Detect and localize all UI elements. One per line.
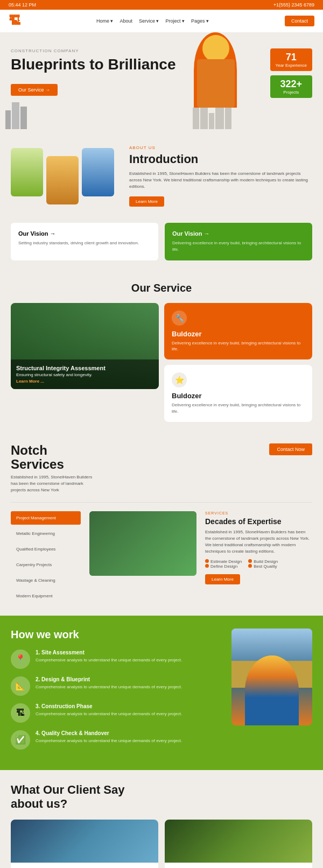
service-icon-circle: 🔧 bbox=[172, 310, 187, 326]
about-workers-images bbox=[11, 148, 118, 204]
service-orange-card: 🔧 Buldozer Delivering excellence in ever… bbox=[164, 303, 312, 359]
nav-project[interactable]: Project ▾ bbox=[165, 18, 185, 24]
step-1-content: 1. Site Assessment Comprehensive analysi… bbox=[36, 650, 182, 663]
notch-description: Established in 1995, StonelHaven Builder… bbox=[11, 474, 97, 493]
nav-contact-button[interactable]: Contact bbox=[285, 16, 314, 26]
vision-card-2: Our Vision → Delivering excellence in ev… bbox=[165, 223, 312, 260]
services-section: Our Service Structural Integrity Assessm… bbox=[0, 271, 323, 433]
nav-about[interactable]: About bbox=[120, 18, 132, 24]
worker-image-3 bbox=[82, 148, 114, 196]
service-orange-icon-row: 🔧 bbox=[172, 310, 305, 326]
service-orange-title: Buldozer bbox=[172, 330, 305, 338]
nav-logo: 🏗 bbox=[9, 14, 20, 28]
notch-header: NotchServices Established in 1995, Stone… bbox=[11, 443, 312, 493]
notch-menu-item-0[interactable]: Project Management bbox=[11, 511, 81, 525]
step-4-content: 4. Quality Check & Handover Comprehensiv… bbox=[36, 730, 182, 744]
top-bar: 05:44 12 PM +1(555) 2345 6789 bbox=[0, 0, 323, 10]
notch-features: Estimate Design Define Design Build Desi… bbox=[205, 559, 312, 569]
how-work-image bbox=[231, 629, 312, 757]
service-right-column: 🔧 Buldozer Delivering excellence in ever… bbox=[164, 303, 312, 422]
step-2-icon: 📐 bbox=[11, 676, 30, 696]
notch-title: NotchServices bbox=[11, 443, 97, 472]
notch-features-col-2: Build Design Best Quality bbox=[248, 559, 278, 569]
about-section: ABOUT US Introduction Established in 199… bbox=[0, 129, 323, 223]
vision-card-2-text: Delivering excellence in every build, br… bbox=[172, 240, 305, 253]
hero-left-buildings bbox=[5, 102, 27, 129]
service-white-icon-circle: ⭐ bbox=[172, 372, 187, 387]
testimonial-image-1 bbox=[11, 820, 158, 863]
step-2-content: 2. Design & Blueprint Comprehensive anal… bbox=[36, 676, 182, 690]
services-grid: Structural Integrity Assessment Ensuring… bbox=[11, 303, 312, 422]
step-1-icon: 📍 bbox=[11, 650, 30, 669]
step-2-title: 2. Design & Blueprint bbox=[36, 676, 182, 682]
testimonial-image-2 bbox=[165, 820, 312, 863]
testimonials-section: What Our Client Sayabout us? Good Consul… bbox=[0, 770, 323, 868]
top-bar-phone: +1(555) 2345 6789 bbox=[273, 2, 314, 8]
notch-contact-button[interactable]: Contact Now bbox=[269, 443, 312, 455]
notch-content: Project Management Metallic Engineering … bbox=[11, 511, 312, 605]
notch-services-section: NotchServices Established in 1995, Stone… bbox=[0, 433, 323, 616]
hero-title: Blueprints to Brilliance bbox=[11, 57, 312, 73]
step-2: 📐 2. Design & Blueprint Comprehensive an… bbox=[11, 676, 221, 696]
testimonial-body-2: Good Consultation! From the initial cons… bbox=[165, 863, 312, 868]
stat-experience: 71 Year Experience bbox=[270, 48, 312, 71]
service-white-title: Buldozer bbox=[172, 392, 305, 400]
notch-feature-define: Define Design bbox=[205, 564, 242, 569]
notch-features-col-1: Estimate Design Define Design bbox=[205, 559, 242, 569]
step-4-title: 4. Quality Check & Handover bbox=[36, 730, 182, 736]
notch-right-panel: SERVICES Decades of Expertise Establishe… bbox=[205, 511, 312, 605]
step-3-title: 3. Construction Phase bbox=[36, 703, 182, 709]
notch-services-label: SERVICES bbox=[205, 511, 312, 515]
how-we-work-section: How we work 📍 1. Site Assessment Compreh… bbox=[0, 616, 323, 770]
hero-label: CONSTRUCTION COMPANY bbox=[11, 48, 312, 53]
about-title: Introduction bbox=[129, 152, 312, 166]
testimonial-card-2: Good Consultation! From the initial cons… bbox=[165, 820, 312, 868]
hero-stats: 71 Year Experience 322+ Projects bbox=[270, 48, 312, 98]
notch-menu-item-4[interactable]: Wastage & Cleaning bbox=[11, 574, 81, 587]
about-label: ABOUT US bbox=[129, 145, 312, 150]
notch-feature-quality: Best Quality bbox=[248, 564, 278, 569]
hero-section: CONSTRUCTION COMPANY Blueprints to Brill… bbox=[0, 32, 323, 129]
testimonials-grid: Good Consultation! From the initial cons… bbox=[11, 820, 312, 868]
nav-pages[interactable]: Pages ▾ bbox=[191, 18, 209, 24]
step-4: ✅ 4. Quality Check & Handover Comprehens… bbox=[11, 730, 221, 750]
step-3: 🏗 3. Construction Phase Comprehensive an… bbox=[11, 703, 221, 723]
hero-worker-figure bbox=[190, 35, 241, 113]
notch-right-text: Established in 1995, StonelHaven Builder… bbox=[205, 529, 312, 555]
nav-service[interactable]: Service ▾ bbox=[139, 18, 159, 24]
notch-right-title: Decades of Expertise bbox=[205, 517, 312, 526]
nav-home[interactable]: Home ▾ bbox=[96, 18, 114, 24]
notch-menu-item-2[interactable]: Qualified Employees bbox=[11, 542, 81, 556]
step-4-icon: ✅ bbox=[11, 730, 30, 750]
notch-learn-more-button[interactable]: Learn More bbox=[205, 574, 240, 584]
about-learn-more-button[interactable]: Learn More bbox=[129, 196, 164, 207]
nav-links: Home ▾ About Service ▾ Project ▾ Pages ▾ bbox=[96, 18, 209, 24]
step-1-desc: Comprehensive analysis to understand the… bbox=[36, 657, 182, 663]
hero-cta-button[interactable]: Our Service → bbox=[11, 84, 58, 96]
vision-section: Our Vision → Setting industry standards,… bbox=[0, 223, 323, 271]
step-2-desc: Comprehensive analysis to understand the… bbox=[36, 684, 182, 690]
service-image-card: Structural Integrity Assessment Ensuring… bbox=[11, 303, 159, 389]
services-title: Our Service bbox=[11, 282, 312, 294]
how-work-photo bbox=[231, 629, 312, 725]
step-3-content: 3. Construction Phase Comprehensive anal… bbox=[36, 703, 182, 717]
about-description: Established in 1995, StonelHaven Builder… bbox=[129, 171, 312, 190]
worker-image-2 bbox=[46, 156, 79, 204]
vision-card-1-text: Setting industry standards, driving clie… bbox=[18, 240, 151, 246]
how-work-title: How we work bbox=[11, 629, 221, 641]
testimonial-card-1: Good Consultation! From the initial cons… bbox=[11, 820, 158, 868]
notch-menu-item-1[interactable]: Metallic Engineering bbox=[11, 527, 81, 540]
worker-image-1 bbox=[11, 148, 43, 196]
top-bar-time: 05:44 12 PM bbox=[9, 2, 36, 8]
notch-menu-item-5[interactable]: Modern Equipment bbox=[11, 589, 81, 603]
vision-card-1-title: Our Vision → bbox=[18, 230, 151, 237]
notch-menu: Project Management Metallic Engineering … bbox=[11, 511, 81, 605]
service-card-1-link[interactable]: Learn More ... bbox=[16, 379, 44, 384]
notch-menu-item-3[interactable]: Carpentry Projects bbox=[11, 558, 81, 571]
step-1-title: 1. Site Assessment bbox=[36, 650, 182, 655]
notch-divider bbox=[11, 502, 312, 503]
service-orange-desc: Delivering excellence in every build, br… bbox=[172, 340, 305, 352]
service-card-1-desc: Ensuring structural safety and longevity… bbox=[16, 372, 153, 377]
step-1: 📍 1. Site Assessment Comprehensive analy… bbox=[11, 650, 221, 669]
service-card-1-label: Structural Integrity Assessment Ensuring… bbox=[11, 359, 159, 389]
